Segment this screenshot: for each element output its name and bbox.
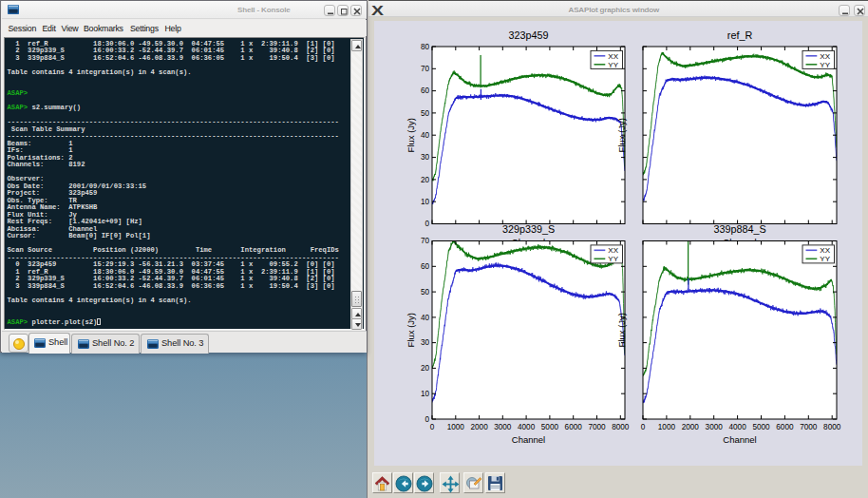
svg-text:1000: 1000 — [658, 423, 676, 431]
svg-text:YY: YY — [820, 61, 830, 69]
svg-text:XX: XX — [820, 52, 830, 61]
svg-text:XX: XX — [608, 246, 618, 255]
svg-text:50: 50 — [421, 288, 430, 297]
svg-text:0: 0 — [425, 415, 429, 424]
svg-text:5000: 5000 — [541, 423, 559, 431]
svg-text:5000: 5000 — [752, 423, 770, 431]
svg-text:0: 0 — [430, 423, 435, 431]
svg-text:10: 10 — [421, 198, 430, 206]
svg-text:323p459: 323p459 — [508, 29, 548, 41]
svg-text:0: 0 — [641, 423, 646, 431]
svg-text:ref_R: ref_R — [727, 29, 753, 41]
svg-text:6000: 6000 — [565, 423, 583, 431]
svg-text:8000: 8000 — [612, 423, 630, 431]
svg-text:70: 70 — [421, 237, 430, 245]
svg-text:YY: YY — [608, 255, 618, 263]
svg-text:0: 0 — [425, 220, 429, 228]
svg-text:2000: 2000 — [682, 423, 700, 431]
svg-text:Flux (Jy): Flux (Jy) — [406, 313, 416, 347]
svg-text:8000: 8000 — [823, 423, 841, 431]
svg-text:40: 40 — [421, 314, 430, 322]
svg-text:Flux (Jy): Flux (Jy) — [406, 118, 416, 152]
svg-text:YY: YY — [820, 255, 830, 263]
svg-text:4000: 4000 — [518, 423, 536, 431]
svg-text:60: 60 — [421, 86, 430, 95]
svg-text:XX: XX — [820, 246, 830, 255]
svg-text:20: 20 — [421, 176, 430, 184]
svg-text:40: 40 — [421, 131, 430, 140]
svg-text:30: 30 — [421, 338, 430, 347]
svg-text:Flux (Jy): Flux (Jy) — [617, 313, 628, 347]
svg-text:Channel: Channel — [723, 434, 756, 445]
svg-text:80: 80 — [421, 43, 430, 51]
svg-text:2000: 2000 — [470, 423, 488, 431]
svg-text:329p339_S: 329p339_S — [502, 223, 555, 235]
svg-text:60: 60 — [421, 262, 430, 271]
svg-text:70: 70 — [421, 65, 430, 73]
svg-text:7000: 7000 — [800, 423, 818, 431]
svg-text:XX: XX — [608, 52, 618, 61]
svg-text:339p884_S: 339p884_S — [713, 223, 765, 235]
svg-text:30: 30 — [421, 153, 430, 162]
svg-text:6000: 6000 — [776, 423, 794, 431]
svg-text:7000: 7000 — [588, 423, 606, 431]
svg-text:10: 10 — [421, 390, 430, 398]
svg-text:4000: 4000 — [728, 423, 746, 431]
svg-text:3000: 3000 — [494, 423, 512, 431]
svg-text:Channel: Channel — [512, 434, 545, 445]
svg-text:20: 20 — [421, 364, 430, 373]
svg-text:1000: 1000 — [447, 423, 465, 431]
svg-text:3000: 3000 — [706, 423, 724, 431]
svg-text:Flux (Jy): Flux (Jy) — [617, 118, 628, 152]
svg-text:50: 50 — [421, 109, 430, 118]
svg-text:YY: YY — [608, 61, 618, 69]
